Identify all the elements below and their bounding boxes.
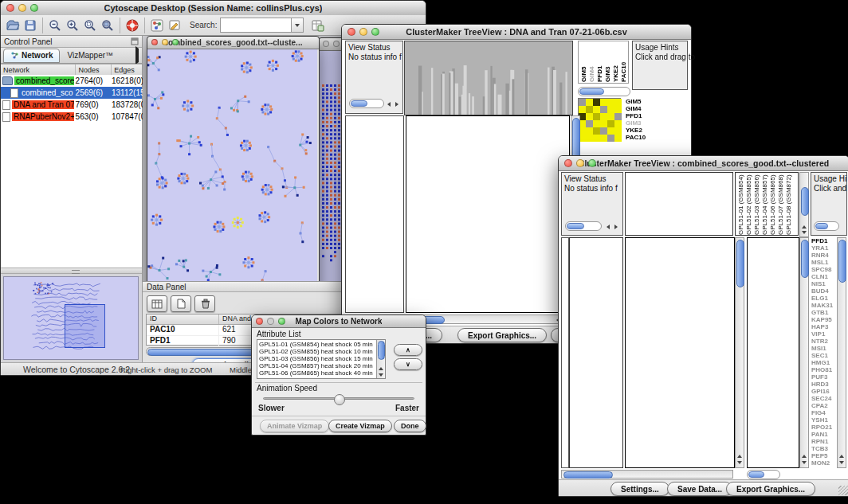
column-header-id[interactable]: ID: [147, 315, 219, 324]
scrollbar-thumb[interactable]: [801, 240, 809, 278]
gene-label[interactable]: HRD3: [811, 381, 836, 388]
zoom-button[interactable]: [371, 28, 379, 36]
scroll-left-icon[interactable]: [607, 225, 610, 229]
tab-vizmapper[interactable]: VizMapper™: [60, 51, 120, 60]
zoom-button[interactable]: [30, 4, 38, 12]
tv1-column-dendrogram[interactable]: [404, 41, 573, 115]
tv2-gene-list[interactable]: PFD1YRA1RNR4MSL1SPC98CLN1NIS1BUD4ELG1MAK…: [811, 237, 836, 468]
zoom-out-icon[interactable]: [46, 17, 64, 34]
minimize-button[interactable]: [162, 39, 168, 45]
heatmap-cell[interactable]: [586, 135, 593, 142]
minimize-button[interactable]: [18, 4, 26, 12]
more-tabs-button[interactable]: [135, 49, 139, 63]
gene-label[interactable]: HMG1: [811, 359, 836, 366]
scroll-up-icon[interactable]: [379, 367, 383, 370]
gene-label[interactable]: HAP3: [811, 323, 836, 330]
tv1-zoom-hscrollbar[interactable]: [578, 87, 630, 96]
heatmap-cell[interactable]: [600, 135, 607, 142]
heatmap-cell[interactable]: [614, 106, 622, 113]
scrollbar-thumb[interactable]: [579, 88, 604, 95]
scroll-left-icon[interactable]: [387, 102, 391, 107]
zoom-selected-icon[interactable]: [81, 17, 99, 34]
tv1-heatmap[interactable]: [406, 115, 570, 313]
main-title-bar[interactable]: Cytoscape Desktop (Session Name: collins…: [1, 1, 426, 16]
usage-hints-scrollbar[interactable]: [814, 221, 839, 231]
tv2-zoom-vscrollbar[interactable]: [799, 237, 809, 468]
gene-label[interactable]: KAP95: [811, 316, 836, 323]
scrollbar-thumb[interactable]: [563, 471, 613, 479]
heatmap-cell[interactable]: [600, 113, 607, 120]
heatmap-cell[interactable]: [614, 120, 622, 127]
gene-label[interactable]: SEC1: [811, 352, 836, 359]
heatmap-cell[interactable]: [586, 120, 593, 127]
delete-attribute-button[interactable]: [194, 295, 215, 312]
animate-vizmap-button[interactable]: Animate Vizmap: [260, 420, 329, 432]
create-vizmap-button[interactable]: Create Vizmap: [328, 420, 392, 432]
scroll-down-icon[interactable]: [802, 461, 807, 464]
network-table-row[interactable]: DNA and Tran 07769(0)183728(0): [1, 99, 142, 111]
heatmap-cell[interactable]: [593, 127, 600, 135]
column-label[interactable]: GPL51-03 (GSM856): [753, 173, 760, 235]
heatmap-cell[interactable]: [614, 99, 622, 106]
heatmap-cell[interactable]: [586, 127, 593, 135]
tv1-row-dendrogram[interactable]: [345, 115, 404, 313]
gene-label[interactable]: YKE2: [626, 127, 658, 134]
column-label[interactable]: GPL51-02 (GSM855): [745, 173, 752, 235]
heatmap-cell[interactable]: [593, 120, 600, 127]
gene-label[interactable]: NIS1: [811, 280, 836, 287]
zoom-in-icon[interactable]: [64, 17, 81, 34]
heatmap-cell[interactable]: [607, 113, 614, 120]
open-session-icon[interactable]: [4, 17, 22, 34]
help-lifering-icon[interactable]: [124, 17, 141, 34]
heatmap-cell[interactable]: [614, 113, 622, 120]
import-table-icon[interactable]: [308, 17, 326, 34]
column-label[interactable]: GIM5: [580, 42, 587, 82]
close-button[interactable]: [256, 318, 263, 325]
move-up-button[interactable]: ∧: [394, 344, 422, 356]
minimize-button[interactable]: [359, 28, 367, 36]
gene-label[interactable]: SPC98: [811, 266, 836, 273]
gene-label[interactable]: RNR4: [811, 252, 836, 259]
search-dropdown-button[interactable]: [292, 18, 304, 33]
column-label[interactable]: GPL51-08 (GSM872): [785, 173, 792, 235]
gene-label[interactable]: SEC24: [811, 395, 836, 402]
gene-label[interactable]: GIM5: [626, 98, 658, 105]
scroll-up-icon[interactable]: [839, 455, 844, 458]
gene-label[interactable]: CPA2: [811, 402, 836, 409]
heatmap-cell[interactable]: [614, 127, 622, 135]
scrollbar-thumb[interactable]: [351, 100, 367, 107]
float-panel-icon[interactable]: [131, 37, 139, 45]
network-table-row[interactable]: combined_scores2764(0)16218(0): [1, 75, 142, 87]
attribute-list-item[interactable]: GPL51-07 (GSM868) heat shock 60 min: [259, 377, 375, 379]
scrollbar-thumb[interactable]: [567, 223, 584, 229]
annotation-icon[interactable]: [166, 17, 183, 34]
tv2-column-labels[interactable]: GPL51-01 (GSM854)GPL51-02 (GSM855)GPL51-…: [735, 172, 799, 236]
heatmap-cell[interactable]: [593, 113, 600, 120]
heatmap-cell[interactable]: [593, 135, 600, 142]
column-label[interactable]: PFD1: [596, 42, 603, 82]
settings-button[interactable]: Settings...: [610, 482, 669, 496]
scroll-up-icon[interactable]: [802, 225, 807, 229]
scrollbar-thumb[interactable]: [748, 471, 764, 478]
scrollbar-thumb[interactable]: [378, 341, 385, 360]
scrollbar-thumb[interactable]: [838, 240, 846, 283]
column-label[interactable]: GPL51-07 (GSM868): [777, 173, 784, 235]
tv2-zoom-hscrollbar[interactable]: [747, 470, 780, 479]
heatmap-cell[interactable]: [593, 106, 600, 113]
gene-label[interactable]: VIP1: [811, 330, 836, 338]
search-input[interactable]: [220, 18, 292, 33]
column-label[interactable]: GPL51-04 (GSM857): [761, 173, 768, 235]
view-status-scrollbar[interactable]: [349, 99, 384, 108]
tv1-title-bar[interactable]: ClusterMaker TreeView : DNA and Tran 07-…: [342, 25, 691, 40]
move-down-button[interactable]: ∨: [394, 358, 422, 370]
gene-label[interactable]: MSL1: [811, 259, 836, 266]
scroll-right-icon[interactable]: [614, 225, 618, 229]
scrollbar-thumb[interactable]: [801, 187, 809, 216]
heatmap-cell[interactable]: [579, 99, 586, 106]
network-canvas-1[interactable]: [147, 49, 317, 281]
heatmap-cell[interactable]: [600, 106, 607, 113]
new-attribute-button[interactable]: [171, 295, 191, 312]
gene-label[interactable]: MON2: [811, 459, 836, 467]
dialog-title-bar[interactable]: Map Colors to Network: [252, 315, 426, 328]
animation-speed-slider[interactable]: [263, 397, 414, 400]
